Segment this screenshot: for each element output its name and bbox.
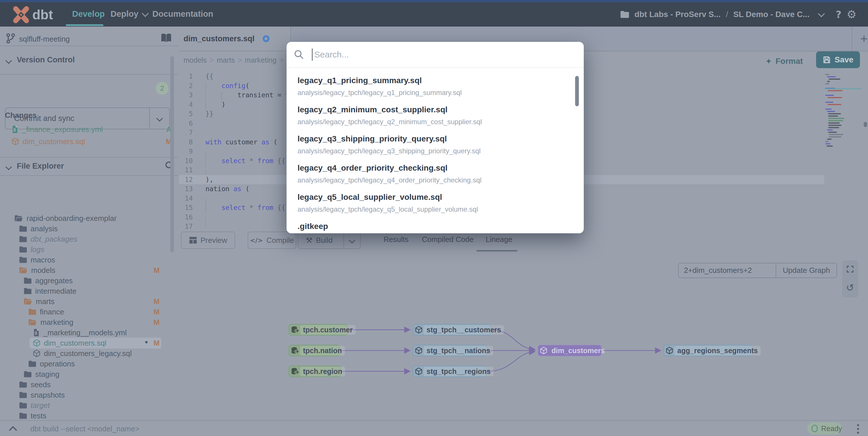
tree-item-target[interactable]: target [19,400,50,411]
search-result-5[interactable]: legacy_q5_local_supplier_volume.sqlanaly… [298,193,563,213]
chevron-down-icon[interactable] [818,10,825,17]
tree-item-dbt-packages[interactable]: dbt_packages [19,234,78,244]
nav-tab-deploy[interactable]: Deploy [111,9,147,19]
tree-item-macros[interactable]: macros [19,255,55,265]
nav-account-area: dbt Labs - ProServ S... / SL Demo - Dave… [620,2,857,27]
lineage-node-agg-regions-segments[interactable]: agg_regions_segments [663,345,753,356]
tree-item-analysis[interactable]: analysis [19,224,58,234]
tree-item-models[interactable]: models [19,265,55,275]
tree-item-intermediate[interactable]: intermediate [24,286,76,296]
lineage-node-stg-tpch-nations[interactable]: stg_tpch__nations [413,345,487,356]
search-result-1[interactable]: legacy_q1_pricing_summary.sqlanalysis/le… [298,76,563,97]
lineage-node-tpch-customer[interactable]: tpch.customer [288,324,348,336]
breadcrumb-item[interactable]: marts [217,56,235,64]
minimap-line [828,116,838,117]
folder-icon [28,360,36,367]
minimap-line [829,134,843,135]
update-graph-button[interactable]: Update Graph [776,263,837,278]
new-tab-button[interactable]: + [856,31,868,47]
tree-item-dim-customers-sql[interactable]: dim_customers.sql [33,338,106,348]
tab-dim-customers[interactable]: dim_customers.sql [179,27,291,51]
changed-file-row[interactable]: _finance_exposures.ymlA [11,123,173,135]
modal-search-row[interactable]: Search... [286,42,584,68]
reset-view-icon[interactable]: ↺ [846,282,855,293]
tree-item--marketing-models-yml[interactable]: _marketing__models.yml [33,327,127,338]
docs-book-icon[interactable] [160,33,172,43]
source-icon [291,326,299,333]
lineage-node-dim-customers[interactable]: dim_customers [537,345,602,356]
fullscreen-icon[interactable] [846,265,855,273]
minimap-line [828,97,842,98]
chevron-up-icon[interactable] [8,425,18,432]
tree-item-marketing[interactable]: marketing [28,317,73,327]
project-name[interactable]: SL Demo - Dave C... [733,10,809,19]
breadcrumb-separator: / [726,10,728,19]
cube-icon [33,339,40,347]
collapse-chevron-icon[interactable] [5,57,12,64]
changed-file-row[interactable]: dim_customers.sqlM [11,136,173,147]
breadcrumb-item[interactable]: marketing [245,56,276,64]
hammer-icon: ⚒ [306,236,312,244]
search-result-6[interactable]: .gitkeep [298,222,563,231]
minimap-line [825,95,834,96]
version-control-title[interactable]: Version Control [17,55,75,64]
preview-button[interactable]: Preview [181,232,235,249]
build-button[interactable]: ⚒Build [298,232,361,249]
branch-name[interactable]: sqlfluff-meeting [19,35,70,43]
tab-lineage[interactable]: Lineage [486,235,513,244]
folder-open-icon [24,298,32,305]
tree-item-seeds[interactable]: seeds [19,379,51,390]
tree-item-dim-customers-legacy-sql[interactable]: dim_customers_legacy.sql [33,348,132,359]
text-caret [312,49,312,61]
tree-item-aggregates[interactable]: aggregates [24,275,73,286]
nav-tab-documentation[interactable]: Documentation [152,9,213,19]
modal-scrollbar[interactable] [575,76,579,106]
build-options-chevron[interactable] [343,232,360,248]
lineage-node-stg-tpch-customers[interactable]: stg_tpch__customers [413,324,491,336]
tree-item-marts[interactable]: marts [24,296,55,307]
folder-icon [24,277,32,284]
search-result-2[interactable]: legacy_q2_minimum_cost_supplier.sqlanaly… [298,105,563,126]
tree-item-finance[interactable]: finance [28,307,64,317]
dbt-logo-icon[interactable] [12,6,30,24]
minimap-line [827,76,836,77]
kebab-menu-icon[interactable] [854,423,862,435]
collapse-chevron-icon[interactable] [5,164,12,170]
editor-scrollbar[interactable] [863,69,868,231]
doc-icon [33,328,40,337]
search-result-4[interactable]: legacy_q4_order_priority_checking.sqlana… [298,164,563,184]
save-button[interactable]: Save [816,51,860,68]
tree-item-tests[interactable]: tests [19,411,46,420]
tab-results[interactable]: Results [383,235,409,244]
code-minimap[interactable] [824,72,862,168]
tree-item-logs[interactable]: logs [19,244,44,255]
lineage-selector-input[interactable]: 2+dim_customers+2 [678,263,776,278]
git-branch-icon [6,33,16,44]
gear-icon[interactable]: ⚙ [847,8,857,21]
help-icon[interactable]: ? [836,9,841,20]
lineage-edges [179,254,868,420]
command-input[interactable]: dbt build --select <model_name> [30,425,140,433]
file-tree-scrollbar[interactable] [170,56,174,252]
search-result-3[interactable]: legacy_q3_shipping_priority_query.sqlana… [298,134,563,155]
account-name[interactable]: dbt Labs - ProServ S... [634,10,721,19]
model-cube-icon [415,367,423,375]
file-explorer-title[interactable]: File Explorer [17,162,64,171]
lineage-node-stg-tpch-regions[interactable]: stg_tpch__regions [413,366,487,377]
modified-badge: M [154,297,160,306]
nav-tab-develop[interactable]: Develop [72,9,105,19]
model-cube-icon [415,326,423,334]
model-cube-icon [540,347,548,355]
tree-item-operations[interactable]: operations [28,359,75,369]
lineage-node-tpch-region[interactable]: tpch.region [288,366,341,377]
tab-compiled-code[interactable]: Compiled Code [422,235,473,244]
tree-item-staging[interactable]: staging [24,369,59,379]
breadcrumb-item[interactable]: models [184,56,207,64]
format-button[interactable]: ✦ Format [765,54,803,68]
compile-button[interactable]: </> Compile [248,232,297,249]
source-icon [291,368,299,375]
tree-item-snapshots[interactable]: snapshots [19,390,65,400]
lineage-node-tpch-nation[interactable]: tpch.nation [288,345,340,356]
minimap-line [825,83,829,84]
tree-item-rapid-onboarding-exemplar[interactable]: rapid-onboarding-exemplar [14,213,117,224]
